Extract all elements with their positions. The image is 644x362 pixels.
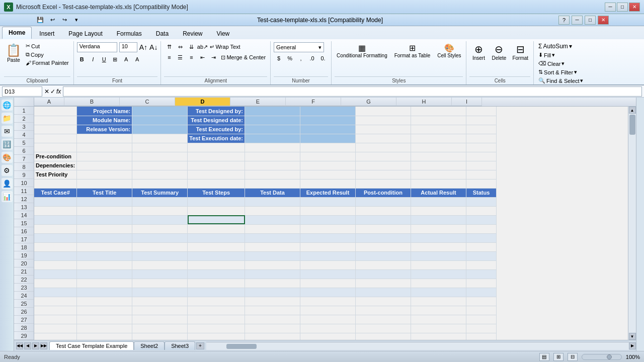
fill-color-button[interactable]: A bbox=[121, 55, 131, 64]
cell-g18[interactable] bbox=[356, 260, 411, 269]
cell-h17[interactable] bbox=[411, 251, 466, 260]
cell-a18[interactable] bbox=[34, 260, 77, 269]
cell-h5[interactable] bbox=[411, 143, 466, 152]
cell-b24[interactable] bbox=[77, 315, 132, 324]
cell-c23[interactable] bbox=[132, 306, 188, 315]
cell-b19[interactable] bbox=[77, 269, 132, 279]
align-center-button[interactable]: ☰ bbox=[175, 53, 185, 62]
cell-h7[interactable] bbox=[411, 161, 466, 170]
vertical-scrollbar[interactable]: ▲ ▼ bbox=[628, 107, 636, 340]
cell-e20[interactable] bbox=[245, 279, 300, 288]
cell-b20[interactable] bbox=[77, 279, 132, 288]
fill-button[interactable]: ⬇ Fill ▾ bbox=[537, 51, 556, 59]
cell-d26[interactable] bbox=[188, 333, 245, 340]
decrease-decimal-button[interactable]: 0. bbox=[318, 54, 328, 63]
scroll-down-button[interactable]: ▼ bbox=[629, 333, 636, 340]
cell-a23[interactable] bbox=[34, 306, 77, 315]
cell-f3[interactable] bbox=[300, 125, 356, 134]
cell-h9[interactable] bbox=[411, 179, 466, 188]
cell-g1[interactable] bbox=[356, 107, 411, 116]
cell-f26[interactable] bbox=[300, 333, 356, 340]
cell-b26[interactable] bbox=[77, 333, 132, 340]
conditional-formatting-button[interactable]: ▦ Conditional Formatting bbox=[335, 42, 389, 60]
cell-e18[interactable] bbox=[245, 260, 300, 269]
row-header-6[interactable]: 6 bbox=[14, 147, 34, 155]
cell-f2[interactable] bbox=[300, 116, 356, 125]
percent-button[interactable]: % bbox=[285, 54, 295, 63]
cell-c8[interactable] bbox=[132, 170, 188, 179]
cell-b4[interactable] bbox=[77, 134, 132, 143]
cell-e17[interactable] bbox=[245, 251, 300, 260]
close-button[interactable]: ✕ bbox=[629, 3, 640, 12]
sidebar-calc-icon[interactable]: 🔢 bbox=[2, 139, 13, 150]
sheet-first-button[interactable]: ◀◀ bbox=[16, 342, 23, 349]
cell-a11[interactable] bbox=[34, 197, 77, 206]
cell-i22[interactable] bbox=[466, 297, 497, 306]
cell-g6[interactable] bbox=[356, 152, 411, 161]
cell-b13[interactable] bbox=[77, 215, 132, 224]
cell-i2[interactable] bbox=[466, 116, 497, 125]
sidebar-globe-icon[interactable]: 🌐 bbox=[2, 100, 13, 111]
cell-e9[interactable] bbox=[245, 179, 300, 188]
cell-i25[interactable] bbox=[466, 324, 497, 333]
cell-b23[interactable] bbox=[77, 306, 132, 315]
cell-f19[interactable] bbox=[300, 269, 356, 279]
hscroll-thumb[interactable] bbox=[226, 344, 257, 349]
cell-g2[interactable] bbox=[356, 116, 411, 125]
cell-g26[interactable] bbox=[356, 333, 411, 340]
cell-g14[interactable] bbox=[356, 224, 411, 233]
cell-e4[interactable] bbox=[245, 134, 300, 143]
cell-f14[interactable] bbox=[300, 224, 356, 233]
cell-g11[interactable] bbox=[356, 197, 411, 206]
cell-f17[interactable] bbox=[300, 251, 356, 260]
cell-a19[interactable] bbox=[34, 269, 77, 279]
cell-c3[interactable] bbox=[132, 125, 188, 134]
cell-i12[interactable] bbox=[466, 206, 497, 215]
tab-view[interactable]: View bbox=[210, 28, 236, 39]
cell-h10[interactable]: Actual Result bbox=[411, 188, 466, 197]
cell-g10[interactable]: Post-condition bbox=[356, 188, 411, 197]
cell-c10[interactable]: Test Summary bbox=[132, 188, 188, 197]
cell-b25[interactable] bbox=[77, 324, 132, 333]
cell-c15[interactable] bbox=[132, 233, 188, 242]
col-header-i[interactable]: I bbox=[452, 98, 482, 106]
formula-input[interactable] bbox=[63, 86, 642, 97]
cell-c1[interactable] bbox=[132, 107, 188, 116]
sheet-last-button[interactable]: ▶▶ bbox=[40, 342, 47, 349]
row-header-28[interactable]: 28 bbox=[14, 324, 34, 332]
cell-styles-button[interactable]: 🎨 Cell Styles bbox=[435, 42, 463, 60]
cell-i15[interactable] bbox=[466, 233, 497, 242]
cell-f20[interactable] bbox=[300, 279, 356, 288]
cell-i24[interactable] bbox=[466, 315, 497, 324]
cell-c12[interactable] bbox=[132, 206, 188, 215]
cell-h26[interactable] bbox=[411, 333, 466, 340]
cell-i7[interactable] bbox=[466, 161, 497, 170]
sidebar-user-icon[interactable]: 👤 bbox=[2, 178, 13, 189]
insert-button[interactable]: ⊕ Insert bbox=[469, 42, 488, 62]
align-middle-button[interactable]: ⇔ bbox=[175, 42, 185, 51]
redo-qat-button[interactable]: ↪ bbox=[59, 16, 69, 25]
cell-d25[interactable] bbox=[188, 324, 245, 333]
row-header-12[interactable]: 12 bbox=[14, 195, 34, 203]
cell-i21[interactable] bbox=[466, 288, 497, 297]
cell-a15[interactable] bbox=[34, 233, 77, 242]
cell-c25[interactable] bbox=[132, 324, 188, 333]
cell-d10[interactable]: Test Steps bbox=[188, 188, 245, 197]
cell-g3[interactable] bbox=[356, 125, 411, 134]
cell-d8[interactable] bbox=[188, 170, 245, 179]
cell-e24[interactable] bbox=[245, 315, 300, 324]
corner-box[interactable] bbox=[14, 98, 34, 107]
cell-i4[interactable] bbox=[466, 134, 497, 143]
sidebar-chart-icon[interactable]: 📊 bbox=[2, 191, 13, 202]
cell-d7[interactable] bbox=[188, 161, 245, 170]
cancel-formula-icon[interactable]: ✕ bbox=[44, 88, 49, 95]
insert-function-icon[interactable]: fx bbox=[56, 88, 61, 95]
cell-e23[interactable] bbox=[245, 306, 300, 315]
sidebar-gear-icon[interactable]: ⚙ bbox=[2, 165, 13, 176]
row-header-13[interactable]: 13 bbox=[14, 203, 34, 211]
cell-h14[interactable] bbox=[411, 224, 466, 233]
align-top-button[interactable]: ⇈ bbox=[164, 42, 174, 51]
sheet-tab-test-case[interactable]: Test Case Template Example bbox=[49, 341, 134, 350]
cell-b21[interactable] bbox=[77, 288, 132, 297]
cell-h24[interactable] bbox=[411, 315, 466, 324]
